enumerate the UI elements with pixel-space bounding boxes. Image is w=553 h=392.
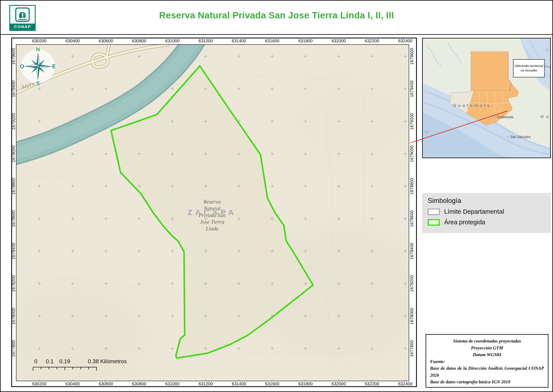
san-salvador-label: San Salvador — [510, 135, 531, 139]
grid-label: 1678400 — [409, 235, 415, 267]
grid-label: 630200 — [23, 38, 56, 44]
grid-label: 631000 — [156, 381, 189, 387]
svg-text:Jose Tierra: Jose Tierra — [200, 219, 224, 225]
svg-text:Privada San: Privada San — [199, 212, 226, 218]
legend-item-departmental: Límite Departamental — [428, 208, 545, 215]
grid-label: 631200 — [189, 381, 222, 387]
grid-label: 631400 — [222, 38, 256, 44]
page-title: Reserva Natural Privada San Jose Tierra … — [70, 10, 483, 21]
grid-label: 1677800 — [11, 332, 16, 365]
datum-line: Datum WGS84 — [430, 351, 544, 358]
projection-line: Proyección GTM — [430, 345, 544, 352]
grid-label: 1679400 — [409, 73, 415, 105]
source-heading: Fuente: — [430, 358, 544, 365]
grid-label: 630600 — [89, 381, 123, 387]
grid-labels-right: 1679600167940016792001679000167880016786… — [409, 40, 415, 365]
grid-label: 631400 — [222, 381, 256, 387]
grid-label: 632000 — [322, 38, 355, 44]
grid-label: 630600 — [89, 38, 123, 44]
grid-label: 630800 — [123, 381, 156, 387]
grid-label: 1678600 — [409, 203, 415, 235]
grid-label: 1679600 — [409, 40, 415, 73]
scale-tick-0: 0 — [34, 358, 37, 364]
grid-label: 1678600 — [11, 203, 16, 235]
legend-panel: Simbología Límite Departamental Área pro… — [422, 193, 551, 233]
grid-label: 632400 — [389, 381, 422, 387]
peten-highlight — [471, 52, 511, 91]
compass-west-label: O — [20, 63, 24, 70]
scale-tick-3: 0.38 — [88, 358, 99, 364]
grid-label: 630800 — [123, 38, 156, 44]
compass-south-label: S — [36, 80, 40, 87]
grid-label: 1678200 — [409, 267, 415, 300]
svg-text:Reserva: Reserva — [203, 199, 221, 205]
grid-label: 1679200 — [409, 105, 415, 137]
header-divider — [1, 34, 552, 35]
grid-label: 631800 — [289, 38, 322, 44]
inset-map: Guatemala Guatemala San Salvador Ho 721 … — [422, 38, 551, 158]
protected-area-swatch — [428, 219, 440, 226]
grid-label: 631800 — [289, 381, 322, 387]
legend-label: Área protegida — [444, 219, 485, 226]
compass-east-label: E — [52, 63, 56, 70]
source-line-conap: Base de datos de la Dirección Análisis G… — [430, 365, 544, 378]
grid-label: 630400 — [56, 381, 89, 387]
grid-label: 1679000 — [409, 138, 415, 170]
svg-text:Natural: Natural — [203, 205, 221, 211]
scale-tick-2: 0.19 — [59, 358, 70, 364]
grid-label: 631600 — [256, 38, 289, 44]
grid-label: 1679400 — [11, 73, 16, 105]
grid-label: 1678200 — [11, 267, 16, 300]
scale-tick-1: 0.1 — [46, 358, 54, 364]
conap-logo: CONAP — [9, 5, 36, 31]
legend-title: Simbología — [428, 197, 545, 205]
grid-label: 630400 — [56, 38, 89, 44]
country-label: Guatemala — [453, 103, 491, 108]
depth-label: 721 — [424, 130, 429, 134]
conap-logo-label: CONAP — [10, 24, 35, 30]
departmental-limit-swatch — [428, 209, 440, 215]
conap-emblem-icon — [10, 6, 35, 24]
grid-label: 632400 — [389, 38, 422, 44]
crs-line: Sistema de coordenadas proyectadas — [430, 338, 544, 345]
grid-label: 1678800 — [409, 170, 415, 203]
svg-text:Linda: Linda — [206, 226, 218, 231]
source-info-box: Sistema de coordenadas proyectadas Proye… — [426, 334, 548, 388]
compass-north-label: N — [36, 46, 40, 53]
grid-label: 631000 — [156, 38, 189, 44]
map-sheet: CONAP Reserva Natural Privada San Jose T… — [0, 0, 553, 392]
grid-label: 1678000 — [409, 300, 415, 332]
legend-label: Límite Departamental — [444, 208, 504, 215]
grid-label: 631600 — [256, 381, 289, 387]
gulf-label-fragment-1: G — [546, 48, 548, 51]
grid-label: 1679600 — [11, 40, 16, 73]
capital-city-label: Guatemala — [497, 115, 513, 119]
source-line-ign: Base de datos cartografía básica IGN 201… — [430, 378, 544, 385]
grid-label: 1679200 — [11, 105, 16, 137]
grid-label: 1678800 — [11, 170, 16, 203]
map-canvas: ÁNTICO N E S O — [16, 44, 409, 381]
grid-label: 632200 — [355, 381, 389, 387]
grid-label: 1678000 — [11, 300, 16, 332]
scale-unit: Kilómetros — [100, 358, 127, 364]
grid-label: 632000 — [322, 381, 355, 387]
grid-labels-bottom: 6302006304006306006308006310006312006314… — [23, 381, 422, 387]
grid-labels-left: 1679600167940016792001679000167880016786… — [11, 40, 16, 365]
legend-item-protected: Área protegida — [428, 219, 545, 226]
grid-label: 631200 — [189, 38, 222, 44]
grid-label: 1677800 — [409, 332, 415, 365]
territorial-note: Diferendo territorial no resuelto — [513, 59, 545, 77]
grid-labels-top: 6302006304006306006308006310006312006314… — [23, 38, 422, 44]
honduras-label: Ho — [540, 114, 550, 119]
grid-label: 1678400 — [11, 235, 16, 267]
grid-label: 632200 — [355, 38, 389, 44]
grid-label: 1679000 — [11, 138, 16, 170]
grid-label: 630200 — [23, 381, 56, 387]
